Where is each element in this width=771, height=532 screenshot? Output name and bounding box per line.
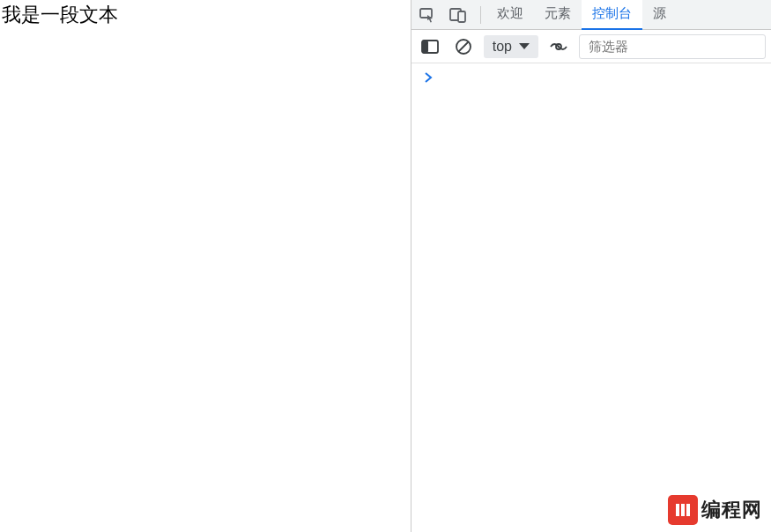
svg-rect-2 [458, 11, 465, 22]
console-body[interactable] [411, 63, 771, 532]
svg-line-6 [458, 41, 468, 51]
console-toolbar: top [411, 30, 771, 63]
svg-rect-0 [420, 9, 432, 18]
toggle-device-icon[interactable] [443, 0, 475, 30]
svg-rect-11 [686, 504, 690, 516]
tab-welcome[interactable]: 欢迎 [486, 0, 534, 30]
chevron-down-icon [519, 43, 530, 49]
tab-console[interactable]: 控制台 [582, 0, 642, 30]
devtools-tabs-row: 欢迎 元素 控制台 源 [411, 0, 771, 30]
clear-console-icon[interactable] [450, 33, 477, 60]
live-expression-icon[interactable] [545, 33, 572, 60]
svg-point-8 [558, 45, 560, 47]
inspect-element-icon[interactable] [411, 0, 443, 30]
toggle-sidebar-icon[interactable] [417, 33, 443, 60]
filter-input[interactable] [579, 34, 766, 59]
tab-sources-partial[interactable]: 源 [642, 0, 666, 30]
svg-rect-9 [676, 504, 679, 516]
context-selector[interactable]: top [484, 35, 538, 58]
tab-elements[interactable]: 元素 [534, 0, 582, 30]
context-label: top [493, 39, 512, 55]
page-viewport: 我是一段文本 [0, 0, 411, 532]
tab-divider [480, 6, 481, 24]
svg-rect-4 [422, 41, 428, 53]
watermark-logo-icon [668, 495, 698, 525]
devtools-panel: 欢迎 元素 控制台 源 top [411, 0, 771, 532]
watermark: 编程网 [668, 495, 762, 525]
page-text: 我是一段文本 [2, 2, 411, 28]
svg-rect-10 [681, 504, 685, 516]
console-prompt-chevron-icon [424, 71, 433, 85]
watermark-text: 编程网 [701, 497, 762, 523]
